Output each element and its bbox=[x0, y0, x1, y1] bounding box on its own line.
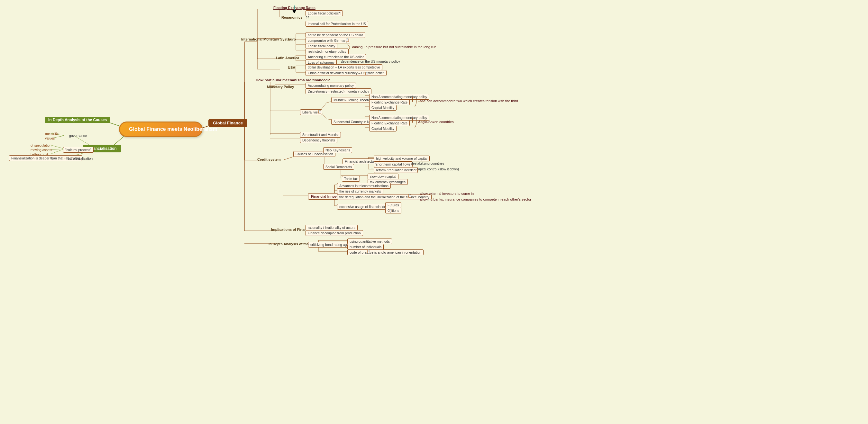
number-individuals-label: number of individuals bbox=[349, 245, 381, 249]
usa-label: USA bbox=[288, 66, 295, 69]
anchoring-label: Anchoring currencies to the US dollar bbox=[308, 55, 364, 59]
loose-fiscal-regan-label: Loose fiscal policies?! bbox=[308, 11, 341, 15]
allowing-banks-node: allowing banks, insurance companies to c… bbox=[420, 197, 531, 201]
intl-monetary-system-label: International Monetary System bbox=[241, 37, 293, 41]
compromise-germany-node: compromise with Germany bbox=[306, 38, 350, 43]
latin-america-label: Latin America bbox=[276, 56, 299, 60]
tobin-tax-node: Tobin tax bbox=[342, 176, 360, 182]
monetary-policy-label: Monetary Policy bbox=[267, 85, 294, 89]
reform-regulation-node: reform / regulation needed bbox=[374, 167, 418, 173]
rationality-node: rationality / irrationality of actors bbox=[306, 225, 358, 230]
allow-external-node: allow external investors to come in bbox=[420, 192, 474, 195]
reform-regulation-label: reform / regulation needed bbox=[376, 168, 415, 172]
dot-icon-4: • bbox=[308, 242, 309, 246]
how-particular-node: How particular mechanisms are financed? bbox=[256, 78, 330, 82]
dot-icon-3: • bbox=[371, 167, 373, 171]
high-velocity-label: high velocity and volume of capital bbox=[376, 157, 427, 160]
values-node: values bbox=[45, 136, 55, 140]
dependence-us-label: dependence on the US monetary policy bbox=[341, 60, 400, 63]
loose-fiscal-euro-label: Loose fiscal policy bbox=[308, 44, 335, 48]
deregulation-label: the deregulation and the liberalization … bbox=[339, 195, 429, 199]
floating-exchange-rates-label: Floating Exchange Rates bbox=[273, 6, 315, 10]
reganomics-node: Reganomics bbox=[281, 15, 302, 19]
latin-america-node: Latin America bbox=[276, 56, 299, 60]
allow-external-label: allow external investors to come in bbox=[420, 192, 474, 195]
mentality-node: mentality bbox=[45, 131, 59, 135]
floating-er-1-label: Floating Exchange Rate bbox=[371, 100, 407, 104]
anchoring-node: Anchoring currencies to the US dollar bbox=[306, 54, 366, 60]
neo-keynesians-label: Neo Keynesians bbox=[326, 148, 350, 152]
svg-line-104 bbox=[52, 149, 64, 154]
dot-icon-1: • bbox=[342, 60, 343, 63]
code-practice-node: code of practice is anglo-american in or… bbox=[347, 250, 424, 255]
in-depth-analysis-left-node: In Depth Analysis of the Causes bbox=[45, 117, 110, 123]
dollar-devaluation-node: dollar devaluation – LA exports less com… bbox=[306, 64, 382, 70]
short-term-node: short term capital flows bbox=[374, 161, 413, 167]
number-individuals-node: number of individuals bbox=[347, 244, 384, 250]
non-accom-2-label: Non Accommodating monetary policy bbox=[371, 116, 427, 120]
brace-2: } bbox=[412, 117, 413, 123]
internal-call-label: internal call for Protectionism in the U… bbox=[308, 22, 366, 26]
accomodating-node: Accomodating monetary policy bbox=[306, 83, 356, 88]
capital-mob-2-label: Capital Mobility bbox=[371, 127, 394, 131]
vs-liberalization-node: vs. Liberalization bbox=[67, 157, 93, 160]
regan-77-node: ?? bbox=[306, 16, 309, 20]
dollar-devaluation-label: dollar devaluation – LA exports less com… bbox=[308, 65, 380, 69]
how-particular-label: How particular mechanisms are financed? bbox=[256, 78, 330, 82]
finance-decoupled-node: Finance decoupled from production bbox=[306, 230, 363, 236]
credit-system-node: Credit system bbox=[257, 158, 281, 161]
floating-er-2-node: Floating Exchange Rate bbox=[369, 120, 410, 126]
svg-line-103 bbox=[52, 149, 64, 150]
futures-label: Futures bbox=[388, 203, 399, 207]
connections-svg bbox=[0, 0, 868, 424]
central-label: Global Finance meets Neoliberalism bbox=[129, 126, 217, 132]
dependency-node: Dependency theorists bbox=[300, 137, 337, 143]
easing-up-label: easing up pressure but not sustainable i… bbox=[352, 45, 436, 49]
global-finance-node: Global Finance bbox=[208, 119, 247, 127]
rise-currency-label: the rise of currency markets bbox=[339, 189, 381, 193]
of-speculation-node: of speculation bbox=[31, 143, 52, 147]
deregulation-node: the deregulation and the liberalization … bbox=[337, 194, 432, 200]
futures-node: Futures bbox=[385, 202, 401, 208]
options-node: Options bbox=[385, 208, 401, 214]
dependence-us-node: dependence on the US monetary policy bbox=[341, 60, 400, 63]
note-icon-6: 📋 bbox=[367, 250, 371, 253]
slow-down-capital-node: slow down capital bbox=[368, 173, 399, 180]
high-velocity-node: high velocity and volume of capital bbox=[374, 156, 430, 161]
floating-er-2-label: Floating Exchange Rate bbox=[371, 121, 407, 125]
loose-fiscal-euro-node: Loose fiscal policy bbox=[306, 43, 337, 49]
euro-node: Euro bbox=[288, 37, 296, 41]
regan-77-label: ?? bbox=[306, 16, 309, 20]
structuralist-label: Structuralist and Marxist bbox=[302, 133, 339, 137]
social-democrats-node: Social Democrats bbox=[323, 164, 354, 170]
restricted-monetary-label: restricted monetary policy bbox=[308, 50, 346, 53]
brace-1: } bbox=[412, 96, 413, 102]
euro-label: Euro bbox=[288, 37, 296, 41]
credit-system-label: Credit system bbox=[257, 158, 281, 161]
vs-liberalization-label: vs. Liberalization bbox=[67, 157, 93, 160]
dot-icon-5: • bbox=[52, 158, 53, 161]
of-speculation-label: of speculation bbox=[31, 143, 52, 147]
one-accommodate-label: one can accommodate two which creates te… bbox=[420, 99, 518, 103]
reganomics-label: Reganomics bbox=[281, 15, 302, 19]
rationality-label: rationality / irrationality of actors bbox=[308, 226, 355, 230]
slow-down-capital-label: slow down capital bbox=[370, 174, 396, 178]
governance-label: governance bbox=[69, 134, 87, 138]
using-quantitative-label: using quantitative methods bbox=[349, 239, 390, 243]
note-icon-2: 📋 bbox=[365, 72, 369, 75]
cultural-process-node: "cultural process" bbox=[63, 147, 94, 153]
capital-control-node: capital control (slow it down) bbox=[416, 167, 459, 171]
in-depth-analysis-left-label: In Depth Analysis of the Causes bbox=[48, 118, 107, 122]
not-dependent-node: not to be dependent on the US dollar bbox=[306, 32, 365, 38]
svg-line-102 bbox=[52, 145, 64, 149]
social-democrats-label: Social Democrats bbox=[326, 165, 352, 169]
advances-telecom-label: Advances in telecommunications bbox=[339, 184, 389, 188]
allowing-banks-label: allowing banks, insurance companies to c… bbox=[420, 197, 531, 201]
anglo-saxon-label: Anglo-Saxon countries bbox=[418, 120, 454, 124]
note-icon-5: 📋 bbox=[389, 208, 392, 212]
mentality-label: mentality bbox=[45, 131, 59, 135]
floating-exchange-rates-node: Floating Exchange Rates bbox=[273, 6, 315, 10]
capital-mob-1-label: Capital Mobility bbox=[371, 106, 394, 109]
note-icon-4: 📋 bbox=[408, 194, 412, 198]
non-accom-1-label: Non Accommodating monetary policy bbox=[371, 95, 427, 99]
